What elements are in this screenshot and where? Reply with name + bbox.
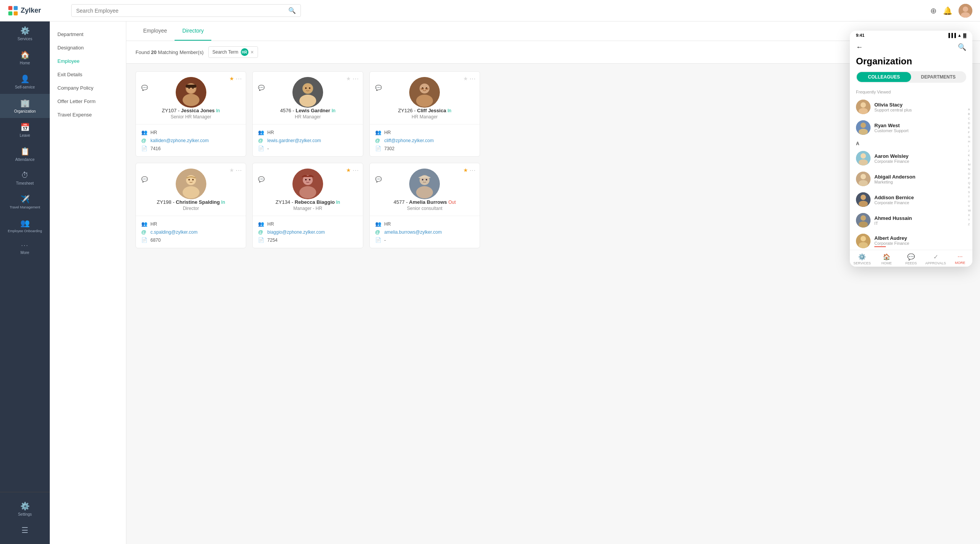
employee-card-cliff-jessica[interactable]: ★ ··· 💬 xyxy=(369,71,480,157)
alpha-U[interactable]: U xyxy=(968,199,971,204)
more-christine[interactable]: ··· xyxy=(236,167,242,174)
alpha-O[interactable]: O xyxy=(968,172,971,176)
more-rebecca[interactable]: ··· xyxy=(353,167,359,174)
email-link-amelia[interactable]: amelia.burrows@zylker.com xyxy=(384,229,442,235)
email-link-jessica[interactable]: kalliden@zphone.zylker.com xyxy=(150,138,209,143)
alpha-R[interactable]: R xyxy=(968,185,971,190)
alpha-Q[interactable]: Q xyxy=(968,181,971,185)
star-cliff[interactable]: ★ xyxy=(463,75,468,82)
mobile-nav-home[interactable]: 🏠 HOME xyxy=(874,253,899,265)
mobile-list-item-aaron[interactable]: Aaron Welsley Corporate Finance xyxy=(850,148,972,169)
alpha-K[interactable]: K xyxy=(968,153,971,158)
alpha-X[interactable]: X xyxy=(968,213,971,218)
alpha-P[interactable]: P xyxy=(968,176,971,181)
tab-employee[interactable]: Employee xyxy=(136,21,175,41)
alpha-C[interactable]: C xyxy=(968,116,971,121)
alpha-J[interactable]: J xyxy=(968,149,971,153)
star-amelia[interactable]: ★ xyxy=(463,167,468,174)
alpha-W[interactable]: W xyxy=(968,208,971,213)
employee-card-lewis-gardner[interactable]: ★ ··· 💬 xyxy=(252,71,363,157)
sidebar-item-more[interactable]: ··· More xyxy=(0,238,50,259)
sidebar-item-leave[interactable]: 📅 Leave xyxy=(0,118,50,142)
alpha-B[interactable]: B xyxy=(968,112,971,116)
chat-lewis[interactable]: 💬 xyxy=(258,85,265,91)
alpha-S[interactable]: S xyxy=(968,190,971,195)
star-rebecca[interactable]: ★ xyxy=(346,167,351,174)
mobile-list-item-olivia[interactable]: Olivia Stacy Support central plus xyxy=(850,97,972,117)
mobile-search-icon[interactable]: 🔍 xyxy=(958,43,966,51)
sidebar-item-attendance[interactable]: 📋 Attendance xyxy=(0,142,50,166)
chat-cliff[interactable]: 💬 xyxy=(375,85,382,91)
employee-card-rebecca-biaggio[interactable]: ★ ··· 💬 xyxy=(252,163,363,248)
submenu-item-exit-details[interactable]: Exit Details xyxy=(50,68,126,81)
sidebar-item-home[interactable]: 🏠 Home xyxy=(0,46,50,70)
search-bar[interactable]: 🔍 xyxy=(71,4,301,17)
alpha-E[interactable]: E xyxy=(968,126,971,130)
submenu-item-company-policy[interactable]: Company Policy xyxy=(50,81,126,95)
alpha-L[interactable]: L xyxy=(968,158,971,162)
chat-jessica[interactable]: 💬 xyxy=(141,85,148,91)
sidebar-item-emp-onboarding[interactable]: 👥 Employee Onboarding xyxy=(0,214,50,238)
alpha-D[interactable]: D xyxy=(968,121,971,126)
sidebar-item-travel-mgmt[interactable]: ✈️ Travel Management xyxy=(0,190,50,214)
mobile-nav-more[interactable]: ··· MORE xyxy=(948,253,972,265)
search-icon[interactable]: 🔍 xyxy=(288,7,296,14)
add-icon[interactable]: ⊕ xyxy=(930,6,937,15)
notifications-icon[interactable]: 🔔 xyxy=(943,6,952,15)
sidebar-item-menu[interactable]: ☰ xyxy=(0,521,50,539)
more-jessica[interactable]: ··· xyxy=(236,75,242,82)
star-lewis[interactable]: ★ xyxy=(346,75,351,82)
sidebar-item-self-service[interactable]: 👤 Self-service xyxy=(0,70,50,94)
submenu-item-department[interactable]: Department xyxy=(50,28,126,41)
alpha-H[interactable]: H xyxy=(968,139,971,144)
employee-card-jessica-jones[interactable]: ★ ··· 💬 xyxy=(136,71,246,157)
alpha-T[interactable]: T xyxy=(968,195,971,199)
sidebar-item-settings[interactable]: ⚙️ Settings xyxy=(0,497,50,521)
mobile-list-item-ahmed[interactable]: Ahmed Hussain IT xyxy=(850,210,972,231)
alpha-V[interactable]: V xyxy=(968,204,971,208)
email-link-rebecca[interactable]: biaggio@zphone.zylker.com xyxy=(267,229,325,235)
chat-rebecca[interactable]: 💬 xyxy=(258,176,265,182)
star-jessica[interactable]: ★ xyxy=(229,75,234,82)
submenu-item-travel-expense[interactable]: Travel Expense xyxy=(50,108,126,121)
search-tag-close[interactable]: × xyxy=(251,49,254,55)
more-cliff[interactable]: ··· xyxy=(470,75,476,82)
email-link-lewis[interactable]: lewis.gardner@zylker.com xyxy=(267,138,321,143)
alpha-N[interactable]: N xyxy=(968,167,971,172)
sidebar-item-organization[interactable]: 🏢 Organization xyxy=(0,94,50,118)
chat-amelia[interactable]: 💬 xyxy=(375,176,382,182)
mobile-list-item-ryan[interactable]: Ryan West Customer Support xyxy=(850,117,972,138)
email-link-christine[interactable]: c.spalding@zylker.com xyxy=(150,229,198,235)
sidebar-item-services[interactable]: ⚙️ Services xyxy=(0,21,50,46)
user-avatar[interactable] xyxy=(959,4,972,18)
mobile-nav-services[interactable]: ⚙️ SERVICES xyxy=(850,253,874,265)
email-link-cliff[interactable]: cliff@zphone.zylker.com xyxy=(384,138,434,143)
submenu-item-designation[interactable]: Designation xyxy=(50,41,126,54)
mobile-back-button[interactable]: ← xyxy=(856,43,863,51)
alpha-Y[interactable]: Y xyxy=(968,218,971,222)
tab-directory[interactable]: Directory xyxy=(175,21,211,41)
alpha-A[interactable]: A xyxy=(968,107,971,112)
mobile-nav-approvals[interactable]: ✓ APPROVALS xyxy=(923,253,948,265)
employee-card-christine-spalding[interactable]: ★ ··· 💬 xyxy=(136,163,246,248)
alpha-I[interactable]: I xyxy=(968,144,971,149)
alpha-M[interactable]: M xyxy=(968,162,971,167)
mobile-list-item-addison[interactable]: Addison Bernice Corporate Finance xyxy=(850,189,972,210)
mobile-toggle-departments[interactable]: DEPARTMENTS xyxy=(911,72,965,82)
mobile-nav-feeds[interactable]: 💬 FEEDS xyxy=(899,253,923,265)
more-amelia[interactable]: ··· xyxy=(470,167,476,174)
mobile-toggle-colleagues[interactable]: COLLEAGUES xyxy=(857,72,911,82)
alpha-Z[interactable]: Z xyxy=(968,222,971,227)
submenu-item-employee[interactable]: Employee xyxy=(50,54,126,68)
search-tag[interactable]: Search Term HR × xyxy=(208,46,258,58)
mobile-list-item-abigail[interactable]: Abigail Anderson Marketing xyxy=(850,169,972,189)
employee-card-amelia-burrows[interactable]: ★ ··· 💬 xyxy=(369,163,480,248)
sidebar-item-timesheet[interactable]: ⏱ Timesheet xyxy=(0,166,50,190)
mobile-list-item-albert[interactable]: Albert Audrey Corporate Finance xyxy=(850,231,972,250)
search-input[interactable] xyxy=(76,8,288,14)
more-lewis[interactable]: ··· xyxy=(353,75,359,82)
alpha-G[interactable]: G xyxy=(968,135,971,139)
star-christine[interactable]: ★ xyxy=(229,167,234,174)
alpha-F[interactable]: F xyxy=(968,130,971,135)
chat-christine[interactable]: 💬 xyxy=(141,176,148,182)
